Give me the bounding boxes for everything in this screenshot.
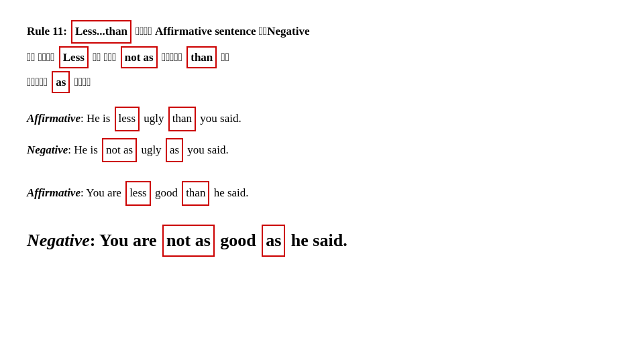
neg-label-1: Negative [27, 143, 68, 156]
section-1: Affirmative: He is less ugly than you sa… [27, 107, 617, 131]
as-box-2: as [262, 225, 285, 257]
rule-line:   Less   not as  than  [27, 46, 617, 68]
colon-3: : You are [80, 186, 124, 199]
less-box-2: less [125, 181, 151, 206]
as-box-1: as [166, 138, 183, 163]
rest-1: you said. [197, 112, 241, 125]
notas-box-2: not as [162, 225, 215, 257]
thai-filler4:  [221, 51, 229, 64]
good-2: good [216, 231, 260, 250]
notas-box-1: not as [102, 138, 137, 163]
aff-label-2: Affirmative [27, 186, 80, 199]
thai-filler6:  [74, 76, 91, 88]
thai-filler2:   [93, 51, 116, 64]
section-2: Negative: He is not as ugly as you said. [27, 138, 617, 163]
colon-2: : He is [68, 143, 101, 156]
section-4: Negative: You are not as good as he said… [27, 225, 617, 257]
rest-4: he said. [286, 231, 347, 250]
less-box-1: less [115, 107, 140, 131]
rule-less-box: Less [59, 46, 89, 68]
main-content: Rule 11: Less...than  Affirmative se… [27, 20, 617, 257]
than-box-1: than [168, 107, 196, 131]
colon-1: : He is [80, 112, 113, 125]
rule-notas-box: not as [121, 46, 158, 68]
colon-4: : You are [90, 231, 161, 250]
neg-label-2: Negative [27, 231, 90, 250]
rule-desc1:  Affirmative sentence Negative [136, 22, 310, 42]
section-3: Affirmative: You are less good than he s… [27, 181, 617, 206]
ugly-2: ugly [138, 143, 164, 156]
rest-2: you said. [184, 143, 229, 156]
rest-3: he said. [211, 186, 248, 199]
than-box-2: than [182, 181, 209, 206]
rule-block: Rule 11: Less...than  Affirmative se… [27, 20, 617, 93]
rule-than-box: than [186, 46, 217, 68]
rule-line2:  as  [27, 71, 617, 93]
rule-header-row: Rule 11: Less...than  Affirmative se… [27, 20, 617, 44]
thai-filler3:  [162, 51, 182, 64]
ugly-1: ugly [141, 112, 167, 125]
rule-label: Rule 11: [27, 22, 67, 42]
thai-filler5:  [27, 76, 48, 88]
thai-filler1:   [27, 51, 55, 64]
good-1: good [152, 186, 181, 199]
rule-keyword: Less...than [71, 20, 131, 44]
aff-label-1: Affirmative [27, 112, 80, 125]
rule-as-box: as [52, 71, 70, 93]
